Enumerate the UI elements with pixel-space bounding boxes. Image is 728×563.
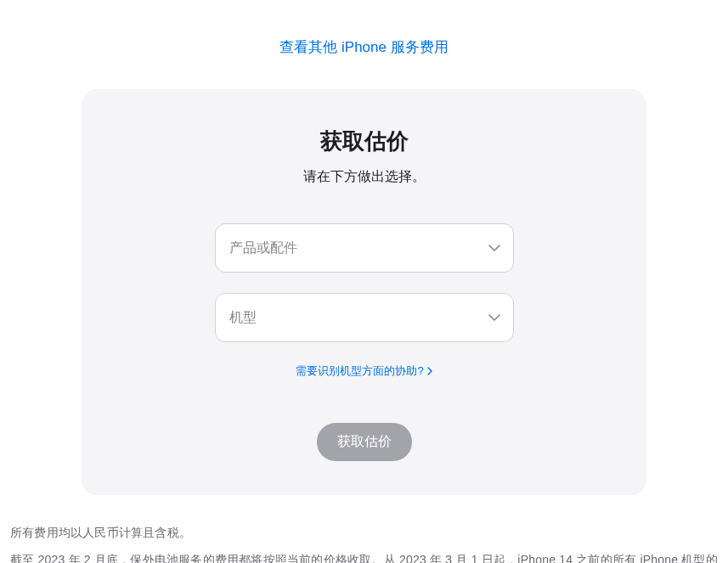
product-select-wrapper: 产品或配件	[215, 223, 514, 273]
card-subtitle: 请在下方做出选择。	[116, 168, 612, 186]
get-estimate-button[interactable]: 获取估价	[317, 423, 412, 461]
model-select-wrapper: 机型	[215, 293, 514, 342]
product-select[interactable]: 产品或配件	[215, 223, 514, 273]
card-title: 获取估价	[116, 127, 612, 156]
footer-text: 所有费用均以人民币计算且含税。 截至 2023 年 2 月底，保外电池服务的费用…	[10, 519, 718, 563]
estimate-card: 获取估价 请在下方做出选择。 产品或配件 机型 需要识别机型方面的协助?	[82, 89, 646, 495]
footer-line-1: 所有费用均以人民币计算且含税。	[10, 519, 718, 546]
chevron-right-icon	[427, 367, 432, 375]
model-select-placeholder: 机型	[229, 309, 257, 327]
footer-line-2: 截至 2023 年 2 月底，保外电池服务的费用都将按照当前的价格收取。从 20…	[10, 546, 718, 563]
footer-line-2-prefix: 截至 2023 年 2 月底，保外电池服务的费用都将按照当前的价格收取。从 20…	[10, 553, 718, 563]
identify-model-help-link[interactable]: 需要识别机型方面的协助?	[296, 363, 432, 379]
top-link-row: 查看其他 iPhone 服务费用	[10, 0, 718, 89]
model-select[interactable]: 机型	[215, 293, 514, 342]
help-link-label: 需要识别机型方面的协助?	[296, 363, 423, 379]
other-services-link[interactable]: 查看其他 iPhone 服务费用	[279, 39, 448, 55]
product-select-placeholder: 产品或配件	[229, 239, 297, 257]
